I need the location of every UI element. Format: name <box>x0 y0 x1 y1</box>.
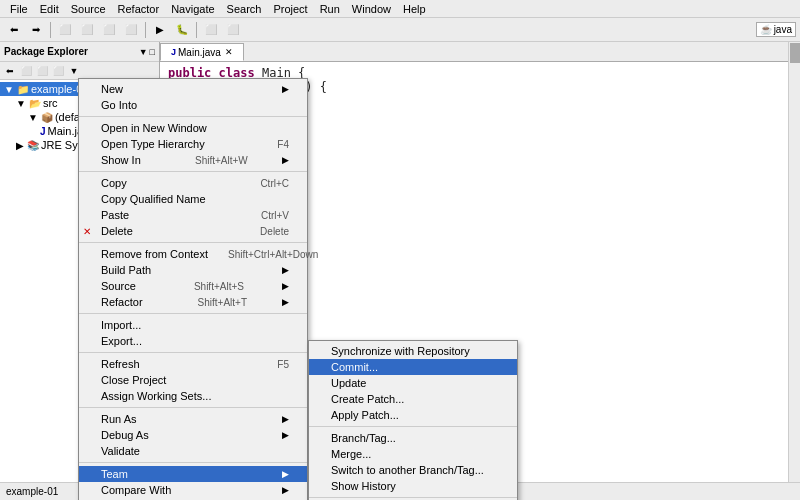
menu-search[interactable]: Search <box>221 2 268 16</box>
toolbar-java-indicator: ☕ java <box>756 22 796 37</box>
menu-bar: File Edit Source Refactor Navigate Searc… <box>0 0 800 18</box>
sub-item-showhistory[interactable]: Show History <box>309 478 517 494</box>
package-icon: 📦 <box>41 112 53 123</box>
menu-item-comparewith[interactable]: Compare With▶ <box>79 482 307 498</box>
menu-label-10: Delete <box>101 225 133 237</box>
menu-item-paste[interactable]: PasteCtrl+V <box>79 207 307 223</box>
menu-item-openinnewwindow[interactable]: Open in New Window <box>79 120 307 136</box>
menu-item-debugas[interactable]: Debug As▶ <box>79 427 307 443</box>
sub-label-7: Merge... <box>331 448 371 460</box>
menu-label-12: Remove from Context <box>101 248 208 260</box>
menu-item-import[interactable]: Import... <box>79 317 307 333</box>
sub-item-update[interactable]: Update <box>309 375 517 391</box>
sub-item-merge[interactable]: Merge... <box>309 446 517 462</box>
menu-refactor[interactable]: Refactor <box>112 2 166 16</box>
menu-item-runas[interactable]: Run As▶ <box>79 411 307 427</box>
menu-label-8: Copy Qualified Name <box>101 193 206 205</box>
toolbar-btn-5[interactable]: ⬜ <box>99 20 119 40</box>
menu-arrow-28: ▶ <box>282 469 289 479</box>
menu-item-validate[interactable]: Validate <box>79 443 307 459</box>
panel-toolbar-btn5[interactable]: ▼ <box>66 63 82 79</box>
menu-separator-16 <box>79 313 307 314</box>
toolbar-btn-10[interactable]: ⬜ <box>223 20 243 40</box>
package-explorer-title: Package Explorer <box>4 46 88 57</box>
panel-toolbar-btn1[interactable]: ⬅ <box>2 63 18 79</box>
menu-window[interactable]: Window <box>346 2 397 16</box>
toolbar-btn-8[interactable]: 🐛 <box>172 20 192 40</box>
toolbar-btn-3[interactable]: ⬜ <box>55 20 75 40</box>
menu-file[interactable]: File <box>4 2 34 16</box>
menu-item-gointo[interactable]: Go Into <box>79 97 307 113</box>
menu-icon-10: ✕ <box>83 226 91 237</box>
sub-label-4: Apply Patch... <box>331 409 399 421</box>
toolbar-btn-1[interactable]: ⬅ <box>4 20 24 40</box>
menu-item-copyqualifiedname[interactable]: Copy Qualified Name <box>79 191 307 207</box>
menu-edit[interactable]: Edit <box>34 2 65 16</box>
menu-label-20: Refresh <box>101 358 140 370</box>
menu-label-21: Close Project <box>101 374 166 386</box>
menu-navigate[interactable]: Navigate <box>165 2 220 16</box>
menu-label-5: Show In <box>101 154 141 166</box>
menu-item-closeproject[interactable]: Close Project <box>79 372 307 388</box>
menu-item-new[interactable]: New▶ <box>79 81 307 97</box>
panel-toolbar-btn3[interactable]: ⬜ <box>34 63 50 79</box>
menu-label-4: Open Type Hierarchy <box>101 138 205 150</box>
menu-separator-27 <box>79 462 307 463</box>
toolbar-btn-4[interactable]: ⬜ <box>77 20 97 40</box>
toolbar-btn-9[interactable]: ⬜ <box>201 20 221 40</box>
right-scrollbar[interactable] <box>788 42 800 500</box>
tab-java-icon: J <box>171 47 176 57</box>
sub-item-applypatch[interactable]: Apply Patch... <box>309 407 517 423</box>
menu-separator-6 <box>79 171 307 172</box>
sub-item-branchtag[interactable]: Branch/Tag... <box>309 430 517 446</box>
scrollbar-thumb[interactable] <box>790 43 800 63</box>
menu-item-source[interactable]: SourceShift+Alt+S▶ <box>79 278 307 294</box>
menu-item-refresh[interactable]: RefreshF5 <box>79 356 307 372</box>
menu-project[interactable]: Project <box>267 2 313 16</box>
menu-item-assignworkingsets[interactable]: Assign Working Sets... <box>79 388 307 404</box>
panel-toolbar-btn4[interactable]: ⬜ <box>50 63 66 79</box>
menu-source[interactable]: Source <box>65 2 112 16</box>
menu-item-opentypehierarchy[interactable]: Open Type HierarchyF4 <box>79 136 307 152</box>
menu-item-export[interactable]: Export... <box>79 333 307 349</box>
menu-help[interactable]: Help <box>397 2 432 16</box>
tree-expand-src-icon: ▼ <box>16 98 26 109</box>
menu-item-team[interactable]: Team▶ <box>79 466 307 482</box>
menu-shortcut-15: Shift+Alt+T <box>178 297 247 308</box>
menu-label-9: Paste <box>101 209 129 221</box>
tab-main-java[interactable]: J Main.java ✕ <box>160 43 244 61</box>
toolbar-btn-2[interactable]: ➡ <box>26 20 46 40</box>
package-explorer-header: Package Explorer ▼ □ <box>0 42 159 62</box>
menu-label-17: Import... <box>101 319 141 331</box>
sub-item-synchronizewithrepository[interactable]: Synchronize with Repository <box>309 343 517 359</box>
panel-min-btn[interactable]: □ <box>150 47 155 57</box>
jre-icon: 📚 <box>27 140 39 151</box>
sub-item-createpatch[interactable]: Create Patch... <box>309 391 517 407</box>
tab-close-icon[interactable]: ✕ <box>225 47 233 57</box>
toolbar: ⬅ ➡ ⬜ ⬜ ⬜ ⬜ ▶ 🐛 ⬜ ⬜ ☕ java <box>0 18 800 42</box>
menu-arrow-25: ▶ <box>282 430 289 440</box>
menu-item-removefromcontext[interactable]: Remove from ContextShift+Ctrl+Alt+Down <box>79 246 307 262</box>
toolbar-btn-7[interactable]: ▶ <box>150 20 170 40</box>
status-text: example-01 <box>6 486 58 497</box>
menu-label-15: Refactor <box>101 296 143 308</box>
src-icon: 📂 <box>29 98 41 109</box>
panel-toolbar-btn2[interactable]: ⬜ <box>18 63 34 79</box>
menu-item-showin[interactable]: Show InShift+Alt+W▶ <box>79 152 307 168</box>
menu-arrow-15: ▶ <box>282 297 289 307</box>
menu-item-delete[interactable]: ✕DeleteDelete <box>79 223 307 239</box>
menu-item-copy[interactable]: CopyCtrl+C <box>79 175 307 191</box>
sub-item-commit[interactable]: Commit... <box>309 359 517 375</box>
project-icon: 📁 <box>17 84 29 95</box>
editor-tabs: J Main.java ✕ <box>160 42 788 62</box>
menu-separator-2 <box>79 116 307 117</box>
sub-label-6: Branch/Tag... <box>331 432 396 444</box>
menu-item-buildpath[interactable]: Build Path▶ <box>79 262 307 278</box>
menu-label-22: Assign Working Sets... <box>101 390 211 402</box>
toolbar-btn-6[interactable]: ⬜ <box>121 20 141 40</box>
menu-run[interactable]: Run <box>314 2 346 16</box>
panel-collapse-btn[interactable]: ▼ <box>139 47 148 57</box>
toolbar-sep-1 <box>50 22 51 38</box>
sub-item-switchtoanotherbranchtag[interactable]: Switch to another Branch/Tag... <box>309 462 517 478</box>
menu-item-refactor[interactable]: RefactorShift+Alt+T▶ <box>79 294 307 310</box>
